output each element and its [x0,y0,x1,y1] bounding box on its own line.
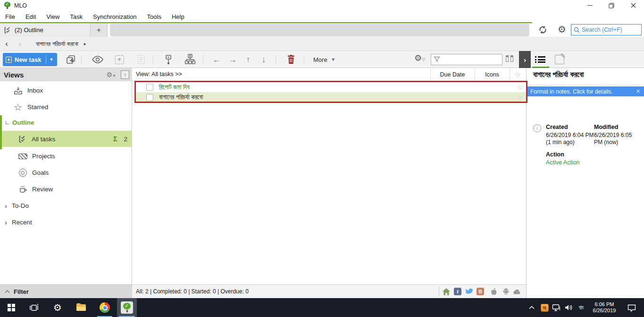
search-input[interactable] [582,26,637,33]
move-down-button[interactable]: ↓ [258,54,270,65]
tray-overflow-chevron[interactable] [526,298,538,317]
task-checkbox[interactable] [146,84,153,91]
start-button[interactable] [0,298,23,317]
sidebar-item-starred[interactable]: ☆ Starred [0,99,132,115]
avro-keyboard-tray-icon[interactable]: অ [539,298,550,317]
new-tab-button[interactable]: + [91,23,108,37]
view-header-label[interactable]: View: All tasks >> [136,71,182,77]
new-task-dropdown-arrow[interactable]: ▼ [49,57,53,62]
more-dropdown-arrow: ▼ [331,57,335,62]
taskbar-settings-button[interactable]: ⚙ [46,298,69,317]
task-view-button[interactable] [23,298,45,317]
minimize-button[interactable] [579,0,601,11]
filter-section-header[interactable]: Filter [0,284,132,298]
home-link-icon[interactable] [443,288,450,295]
notice-close-icon[interactable]: ✕ [636,88,640,94]
file-explorer-button[interactable] [70,298,92,317]
columns-button[interactable] [506,55,513,62]
notification-center-button[interactable] [624,298,640,317]
blogger-icon[interactable]: B [477,288,484,295]
outline-checklist-icon [4,26,11,34]
sync-button[interactable] [538,25,548,36]
recent-label: Recent [12,219,32,226]
sidebar-item-inbox[interactable]: Inbox [0,82,132,99]
views-options-button[interactable]: ⚙▼ [107,71,116,78]
move-left-button[interactable]: ← [210,54,223,65]
restore-button[interactable] [601,0,622,11]
task-title[interactable]: রিপোর্ট জমা দিব [159,84,190,91]
nav-back-button[interactable]: ‹ [0,39,13,49]
action-value-link[interactable]: Active Action [546,159,594,166]
chrome-button[interactable] [93,298,116,317]
cloud-icon[interactable] [513,288,521,295]
facebook-icon[interactable]: f [454,288,461,295]
more-menu-button[interactable]: More ▼ [313,54,335,65]
network-tray-icon[interactable] [550,298,562,317]
review-eye-button[interactable] [92,54,104,65]
chevron-right-icon[interactable]: › [5,218,7,226]
autohide-panel-button[interactable]: ↑ [121,70,129,79]
delete-task-button[interactable] [285,54,297,65]
column-header-icons[interactable]: Icons [475,68,510,81]
chevron-right-icon[interactable]: › [5,202,7,210]
android-icon[interactable] [502,288,510,295]
task-list-pane [132,68,526,298]
column-header-star-icon[interactable]: ☆ [510,68,526,81]
task-star-icon[interactable]: ☆ [517,83,523,92]
quick-filter-input[interactable] [440,56,497,63]
clock-time: 6:06 PM [595,301,614,307]
menu-edit[interactable]: Edit [20,11,41,22]
menu-task[interactable]: Task [65,11,88,22]
new-task-label: New task [15,56,41,63]
sidebar-item-all-tasks[interactable]: All tasks Σ 2 [0,131,132,147]
mlo-taskbar-button[interactable]: ✓ [117,298,137,317]
menu-file[interactable]: File [0,11,20,22]
volume-tray-icon[interactable] [562,298,575,317]
task-note-button-disabled[interactable] [135,54,147,65]
notes-format-notice[interactable]: Format in notes. Click for details. ✕ [527,86,644,96]
expanded-marker-icon[interactable] [6,121,9,124]
sidebar-item-review[interactable]: Review [0,181,132,197]
breadcrumb-current-task[interactable]: বাগানের পরিচর্যা করবো [36,40,78,48]
new-task-button[interactable]: + New task ▼ [3,53,57,66]
apple-icon[interactable] [490,288,497,295]
action-block: Action Active Action [546,151,594,166]
column-header-due-date[interactable]: Due Date [430,68,475,81]
twitter-icon[interactable] [465,288,473,295]
move-right-button[interactable]: → [226,54,239,65]
sidebar-group-outline[interactable]: Outline [0,115,132,130]
new-subtask-button[interactable] [65,54,77,65]
sidebar-item-goals[interactable]: Goals [0,164,132,181]
task-title[interactable]: বাগানের পরিচর্যা করবো [159,94,203,101]
properties-list-tab[interactable] [535,56,546,64]
projects-icon [17,154,28,159]
task-row-selected[interactable]: বাগানের পরিচর্যা করবো ☆ [136,92,526,103]
language-indicator[interactable]: বাং [574,298,589,317]
menu-view[interactable]: View [41,11,65,22]
taskbar-clock[interactable]: 6:06 PM6/26/2019 [589,298,620,317]
all-tasks-count: 2 [124,136,127,143]
move-up-button[interactable]: ↑ [242,54,254,65]
task-checkbox[interactable] [146,94,153,101]
tab-outline[interactable]: (2) Outline [0,23,91,37]
notes-edit-tab[interactable]: ✎ [555,55,564,64]
breadcrumb-caret-icon[interactable]: ▸ [84,41,86,46]
menu-tools[interactable]: Tools [142,11,167,22]
menu-synchronization[interactable]: Synchronization [88,11,142,22]
sidebar-item-projects[interactable]: Projects [0,148,132,164]
sidebar-group-recent[interactable]: › Recent [0,214,132,231]
modified-value: 6/26/2019 6:05 PM (now) [594,132,641,146]
add-to-view-button[interactable]: + [113,54,125,65]
task-row[interactable]: রিপোর্ট জমা দিব ☆ [136,82,526,92]
nav-forward-button[interactable]: › [13,39,26,49]
collapse-all-button[interactable] [162,54,175,65]
menu-help[interactable]: Help [167,11,190,22]
expand-panel-button[interactable]: › [519,51,531,68]
settings-gear-button[interactable]: ⚙ [558,24,566,35]
task-star-icon[interactable]: ☆ [517,93,523,102]
sidebar-group-todo[interactable]: › To-Do [0,197,132,214]
dashed-divider [530,85,640,86]
expand-all-button[interactable] [184,54,196,65]
close-button[interactable] [622,0,644,11]
filter-settings-button[interactable]: ⚙▽ [414,53,425,63]
